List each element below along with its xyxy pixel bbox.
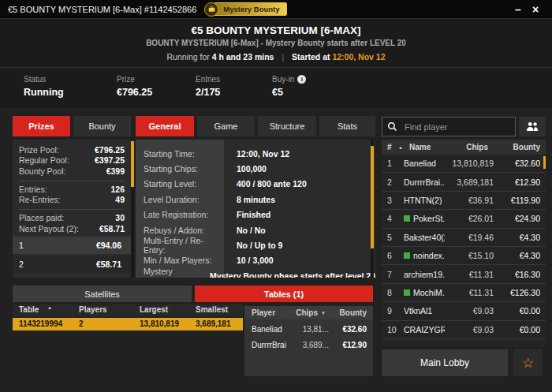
entries-row: Entries: 126 [19, 185, 125, 195]
player-row[interactable]: 10 CRAIZYGR17 €9.03 €0.00 [382, 321, 546, 339]
sort-desc-icon[interactable]: ▼ [318, 311, 329, 315]
divider [19, 209, 125, 210]
general-info-panel: Starting Time: 12:00, Nov 12 Starting Ch… [136, 140, 375, 278]
people-icon [525, 121, 539, 132]
players-table: 1 Baneliad 13,810,819 €32.60 2 DurrrrBra… [382, 155, 546, 347]
tables-list-header: Table ▲ Players Largest Smallest [13, 304, 243, 316]
status-item: Status Running [24, 75, 64, 98]
tournament-lobby-window: €5 BOUNTY MYSTERIUM [6-Max] #1142452866 … [0, 0, 552, 392]
sort-asc-icon[interactable]: ▲ [398, 145, 409, 150]
payout-row-2[interactable]: 2 €58.71 [13, 256, 131, 273]
prize-item: Prize €796.25 [117, 75, 152, 98]
rank-column-header[interactable]: # [382, 143, 398, 151]
info-icon[interactable]: i [297, 75, 306, 84]
late-registration-row: Late Registration: Finished [136, 207, 375, 222]
player-note-marker [404, 252, 410, 259]
player-row[interactable]: 2 DurrrrBrai... 3,689,181 €12.90 [382, 173, 546, 191]
table-detail-row[interactable]: Baneliad 13,81... €32.60 [244, 323, 373, 335]
player-column-header[interactable]: Player [244, 308, 286, 317]
chips-column-header[interactable]: Chips [286, 308, 318, 317]
starting-level-row: Starting Level: 400 / 800 ante 120 [136, 177, 375, 192]
player-row[interactable]: 1 Baneliad 13,810,819 €32.60 [382, 155, 546, 173]
tab-general[interactable]: General [136, 116, 194, 136]
starting-chips-row: Starting Chips: 100,000 [136, 161, 375, 176]
bounty-pool-row: Bounty Pool: €399 [19, 166, 125, 177]
mystery-bounty-badge-label: Mystery Bounty [214, 2, 286, 16]
payout-row-1[interactable]: 1 €94.06 [13, 237, 131, 254]
player-row[interactable]: 6 noindex... €15.10 €4.30 [382, 247, 546, 265]
table-detail-row[interactable]: DurrrrBrainzUK 3,689... €12.90 [244, 339, 373, 351]
info-scrollbar-thumb[interactable] [371, 146, 374, 248]
buyin-item: Buy-in i €5 [272, 75, 306, 98]
close-button[interactable]: × [527, 1, 544, 18]
prize-value: €796.25 [117, 87, 152, 98]
find-player-search [382, 117, 516, 136]
player-row[interactable]: 7 archiem19... €11.31 €16.30 [382, 265, 546, 283]
regular-pool-row: Regular Pool: €397.25 [19, 155, 125, 166]
tournament-subtitle: BOUNTY MYSTERIUM [6-Max] - Mystery Bount… [0, 39, 552, 47]
next-payout-row: Next Payout (2): €58.71 [19, 224, 125, 234]
player-row[interactable]: 5 Bakster40(2) €19.46 €4.30 [382, 229, 546, 247]
minimize-button[interactable]: – [509, 1, 527, 18]
multi-entry-row: Multi-Entry / Re-Entry: No / Up to 9 [136, 237, 375, 252]
players-column-header[interactable]: Players [79, 305, 107, 314]
places-paid-row: Places paid: 30 [19, 213, 125, 223]
search-input[interactable] [403, 121, 518, 133]
started-at-label: Started at [292, 52, 330, 62]
main-lobby-button[interactable]: Main Lobby [382, 349, 508, 376]
titlebar: €5 BOUNTY MYSTERIUM [6-Max] #1142452866 … [0, 0, 552, 19]
player-note-marker [404, 289, 410, 296]
running-for-value: 4 h and 23 mins [212, 52, 274, 62]
tab-structure[interactable]: Structure [258, 116, 316, 136]
running-for-label: Running for [166, 52, 209, 62]
table-detail-panel: Player Chips ▼ Bounty Baneliad 13,81... … [244, 306, 373, 376]
table-row-selected[interactable]: 1143219994 2 13,810,819 3,689,181 [13, 318, 243, 330]
starting-time-row: Starting Time: 12:00, Nov 12 [136, 146, 375, 161]
tab-tables[interactable]: Tables (1) [195, 286, 373, 302]
player-row[interactable]: 3 HTNTN(2) €36.91 €119.90 [382, 192, 546, 210]
players-list-button[interactable] [519, 117, 546, 136]
player-row[interactable]: 8 MochiM... €11.31 €126.30 [382, 284, 546, 302]
favorite-button[interactable]: ☆ [513, 349, 543, 376]
status-bar: Status Running Prize €796.25 Entries 2/1… [0, 68, 552, 108]
status-value: Running [24, 87, 64, 98]
largest-column-header[interactable]: Largest [140, 305, 168, 314]
prize-label: Prize [117, 75, 152, 84]
mystery-bounty-badge: Mystery Bounty [204, 2, 286, 17]
prizes-scrollbar-thumb[interactable] [131, 141, 134, 187]
table-detail-header: Player Chips ▼ Bounty [244, 306, 373, 319]
player-row[interactable]: 9 VtknAl1 €9.03 €0.00 [382, 302, 546, 320]
prize-pool-row: Prize Pool: €796.25 [19, 145, 125, 155]
chips-column-header[interactable]: Chips [439, 143, 488, 151]
players-scrollbar-thumb[interactable] [543, 156, 546, 169]
window-title: €5 BOUNTY MYSTERIUM [6-Max] #1142452866 [8, 5, 196, 14]
tab-satellites[interactable]: Satellites [13, 286, 192, 302]
bounty-column-header[interactable]: Bounty [329, 308, 373, 317]
bounty-column-header[interactable]: Bounty [488, 143, 546, 151]
briefcase-icon [204, 2, 218, 17]
tournament-timing: Running for 4 h and 23 mins | Started at… [0, 52, 552, 62]
re-entries-row: Re-Entries: 49 [19, 195, 125, 205]
star-icon: ☆ [522, 355, 534, 371]
level-duration-row: Level Duration: 8 minutes [136, 192, 375, 207]
entries-value: 2/175 [196, 87, 220, 98]
started-at-value: 12:00, Nov 12 [332, 52, 385, 62]
player-row[interactable]: 4 PokerSt... €26.01 €24.90 [382, 210, 546, 228]
divider [19, 181, 125, 181]
sort-asc-icon[interactable]: ▲ [47, 305, 52, 310]
prizes-panel: Prize Pool: €796.25 Regular Pool: €397.2… [13, 140, 134, 278]
tab-prizes[interactable]: Prizes [13, 116, 70, 136]
timing-separator: | [282, 52, 284, 62]
buyin-value: €5 [272, 87, 306, 98]
player-note-marker [404, 215, 410, 222]
name-column-header[interactable]: Name [409, 143, 439, 151]
smallest-column-header[interactable]: Smallest [196, 305, 228, 314]
status-label: Status [24, 75, 64, 84]
players-table-header: # ▲ Name Chips Bounty [382, 140, 546, 155]
entries-item: Entries 2/175 [196, 75, 220, 98]
tab-game[interactable]: Game [197, 116, 255, 136]
tab-stats[interactable]: Stats [319, 116, 375, 136]
entries-label: Entries [196, 75, 220, 84]
tab-bounty[interactable]: Bounty [73, 116, 131, 136]
table-column-header[interactable]: Table [19, 305, 39, 314]
